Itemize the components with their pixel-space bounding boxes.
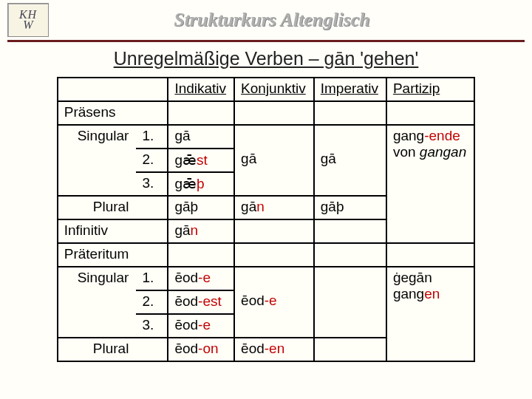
- praes-partizip: gang-ende von gangan: [386, 125, 474, 196]
- praet-ind-pl: ēod-on: [168, 338, 234, 361]
- person-1: 1.: [136, 125, 168, 149]
- praes-konj-pl: gān: [234, 196, 314, 219]
- row-praeteritum: Präteritum: [58, 243, 137, 267]
- blank-person: [136, 78, 168, 101]
- praet-partizip: ġegān gangen: [386, 267, 474, 338]
- person-2b: 2.: [136, 290, 168, 314]
- row-plural-2: Plural: [58, 338, 137, 361]
- praet-ind-s1: ēod-e: [168, 267, 234, 290]
- blank-header: [58, 78, 137, 101]
- row-singular: Singular: [58, 125, 137, 149]
- praet-konj-pl: ēod-en: [234, 338, 314, 361]
- praet-ind-s2: ēod-est: [168, 290, 234, 314]
- praes-ind-s3: gǣþ: [168, 172, 234, 196]
- col-imperativ: Imperativ: [314, 78, 386, 101]
- praes-ind-s2: gǣst: [168, 149, 234, 172]
- person-3b: 3.: [136, 314, 168, 338]
- logo: KH W: [7, 3, 49, 37]
- praes-ind-s1: gā: [168, 125, 234, 149]
- person-3: 3.: [136, 172, 168, 196]
- praes-imp-pl: gāþ: [314, 196, 386, 219]
- header: KH W Strukturkurs Altenglisch: [0, 0, 532, 38]
- page-title: Unregelmäßige Verben – gān 'gehen': [0, 48, 532, 69]
- praet-ind-s3: ēod-e: [168, 314, 234, 338]
- infinitiv-val: gān: [168, 219, 234, 243]
- row-infinitiv: Infinitiv: [58, 219, 137, 243]
- col-indikativ: Indikativ: [168, 78, 234, 101]
- praet-konj-s: ēod-e: [234, 290, 314, 314]
- logo-bottom: W: [23, 20, 33, 30]
- praes-ind-pl: gāþ: [168, 196, 234, 219]
- praes-imp-s: gā: [314, 149, 386, 172]
- person-2: 2.: [136, 149, 168, 172]
- course-title: Strukturkurs Altenglisch: [49, 9, 525, 31]
- col-konjunktiv: Konjunktiv: [234, 78, 314, 101]
- header-rule: [7, 40, 525, 42]
- row-singular-2: Singular: [58, 267, 137, 290]
- praes-konj-s: gā: [234, 149, 314, 172]
- person-1b: 1.: [136, 267, 168, 290]
- row-praesens: Präsens: [58, 101, 137, 125]
- row-plural: Plural: [58, 196, 137, 219]
- col-partizip: Partizip: [386, 78, 474, 101]
- verb-table: Indikativ Konjunktiv Imperativ Partizip …: [57, 77, 475, 362]
